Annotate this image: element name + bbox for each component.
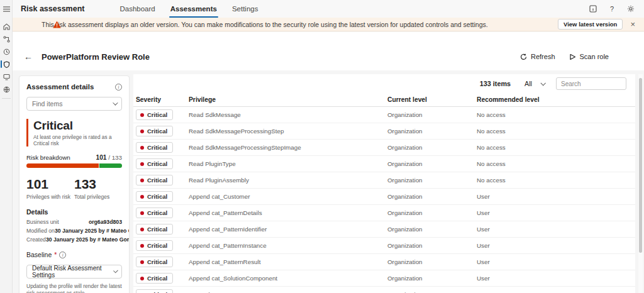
stat-value: 133: [74, 177, 122, 192]
recommended-level-cell: No access: [477, 160, 635, 167]
info-icon[interactable]: i: [115, 84, 122, 91]
recommended-level-cell: No access: [477, 111, 635, 118]
severity-badge[interactable]: Critical: [136, 158, 173, 169]
severity-badge[interactable]: Critical: [136, 126, 173, 136]
left-nav-rail: [0, 0, 13, 293]
stale-version-banner: This risk assessment displays an older v…: [13, 18, 644, 31]
table-row[interactable]: Critical Read SdkMessageProcessingStepIm…: [133, 140, 635, 156]
table-row[interactable]: Critical Read SdkMessage Organization No…: [133, 107, 635, 123]
severity-badge[interactable]: Critical: [136, 142, 173, 153]
page-actions: Refresh Scan role: [516, 50, 644, 63]
flow-icon[interactable]: [0, 33, 13, 45]
risk-rating-block: Critical At least one privilege is rated…: [26, 119, 122, 146]
find-items-dropdown[interactable]: Find items: [26, 97, 122, 111]
current-level-cell: Organization: [387, 226, 477, 233]
tab-strip: DashboardAssessmentsSettings: [112, 0, 265, 18]
table-row[interactable]: Critical Read PluginAssembly Organizatio…: [133, 172, 635, 189]
rail-divider: [2, 98, 11, 99]
current-level-cell: Organization: [387, 177, 477, 184]
severity-badge[interactable]: Critical: [136, 207, 173, 218]
table-row[interactable]: Critical Append cat_PatternResult Organi…: [133, 254, 635, 270]
table-row[interactable]: Critical Read PluginType Organization No…: [133, 156, 635, 172]
critical-dot-icon: [140, 228, 144, 231]
banner-close-icon[interactable]: ×: [630, 20, 635, 28]
current-level-cell: Organization: [387, 275, 477, 282]
column-header-severity[interactable]: Severity: [133, 96, 189, 103]
current-level-cell: Organization: [387, 242, 477, 249]
tab-dashboard[interactable]: Dashboard: [112, 0, 162, 18]
severity-badge[interactable]: Critical: [136, 191, 173, 202]
critical-dot-icon: [140, 277, 144, 280]
severity-badge[interactable]: Critical: [136, 257, 173, 267]
settings-gear-icon[interactable]: [626, 4, 635, 13]
baseline-info-icon[interactable]: i: [59, 252, 66, 258]
table-row[interactable]: Critical Append cat_Customer Organizatio…: [133, 189, 635, 205]
table-row[interactable]: Critical Append NewProcess Organization …: [133, 287, 635, 293]
severity-badge-label: Critical: [147, 160, 167, 167]
search-input[interactable]: [556, 77, 626, 90]
table-row[interactable]: Critical Append cat_PatternInstance Orga…: [133, 238, 635, 254]
tab-assessments[interactable]: Assessments: [163, 0, 225, 18]
severity-filter-dropdown[interactable]: All: [525, 80, 545, 87]
banner-message: This risk assessment displays an older v…: [42, 21, 488, 28]
view-latest-version-button[interactable]: View latest version: [558, 19, 623, 30]
severity-badge-label: Critical: [147, 193, 167, 200]
vertical-scrollbar[interactable]: [638, 74, 643, 293]
table-header-row: Severity Privilege Current level Recomme…: [133, 93, 635, 107]
privilege-cell: Append cat_SolutionComponent: [189, 275, 387, 282]
privilege-cell: Append cat_PatternInstance: [189, 242, 387, 249]
scrollbar-thumb[interactable]: [639, 78, 642, 253]
current-level-cell: Organization: [387, 160, 477, 167]
monitor-icon[interactable]: [0, 70, 13, 83]
help-icon[interactable]: ?: [608, 4, 616, 13]
severity-badge[interactable]: Critical: [136, 240, 173, 251]
critical-dot-icon: [140, 195, 144, 199]
column-header-current-level[interactable]: Current level: [387, 96, 477, 103]
baseline-dropdown[interactable]: Default Risk Assessment Settings: [26, 265, 122, 279]
table-row[interactable]: Critical Append cat_PatternIdentifier Or…: [133, 221, 635, 238]
column-header-recommended-level[interactable]: Recommended level: [477, 96, 635, 103]
privilege-cell: Read SdkMessageProcessingStepImage: [189, 144, 387, 151]
column-header-privilege[interactable]: Privilege: [189, 96, 387, 103]
severity-badge[interactable]: Critical: [136, 224, 173, 235]
refresh-button[interactable]: Refresh: [516, 50, 559, 63]
security-assessment-icon[interactable]: [0, 58, 13, 70]
scan-role-button[interactable]: Scan role: [565, 50, 613, 63]
severity-badge-label: Critical: [147, 177, 167, 184]
table-row[interactable]: Critical Append cat_SolutionComponent Or…: [133, 270, 635, 287]
chevron-down-icon: [113, 100, 118, 105]
table-row[interactable]: Critical Append cat_PatternDetails Organ…: [133, 205, 635, 221]
detail-row: Created30 January 2025 by # Mateo Gomez: [26, 236, 122, 243]
required-asterisk: *: [54, 251, 57, 258]
hamburger-menu-icon[interactable]: [0, 3, 13, 15]
detail-row: Business unitorg6a93d803: [26, 219, 122, 225]
apps-icon[interactable]: [0, 83, 13, 96]
tab-settings[interactable]: Settings: [225, 0, 266, 18]
home-icon[interactable]: [0, 20, 13, 33]
severity-badge[interactable]: Critical: [136, 109, 173, 120]
whats-new-icon[interactable]: [589, 4, 597, 13]
topbar-icons: ?: [589, 4, 644, 13]
critical-dot-icon: [140, 146, 144, 150]
risk-breakdown-label: Risk breakdown: [26, 154, 70, 161]
detail-value: org6a93d803: [89, 219, 122, 225]
severity-badge-label: Critical: [147, 226, 167, 233]
back-arrow-icon[interactable]: ←: [24, 52, 33, 62]
scan-icon: [569, 53, 576, 60]
stat-label: Total privileges: [74, 194, 122, 200]
recommended-level-cell: User: [477, 258, 635, 265]
severity-badge[interactable]: Critical: [136, 175, 173, 185]
privileges-table: 133 items All Severity Privilege Current…: [133, 74, 635, 293]
detail-value: 30 January 2025 by # Mateo Gomez: [46, 236, 130, 243]
risk-level: Critical: [33, 119, 122, 133]
risk-assessment-app: Risk assessment DashboardAssessmentsSett…: [0, 0, 644, 293]
privilege-cell: Read SdkMessage: [189, 111, 387, 118]
severity-badge[interactable]: Critical: [136, 289, 173, 293]
history-icon[interactable]: [0, 45, 13, 58]
detail-label: Business unit: [26, 219, 59, 225]
refresh-icon: [520, 53, 527, 60]
table-row[interactable]: Critical Read SdkMessageProcessingStep O…: [133, 123, 635, 140]
severity-badge-label: Critical: [147, 275, 167, 282]
severity-badge[interactable]: Critical: [136, 273, 173, 284]
severity-badge-label: Critical: [147, 209, 167, 216]
